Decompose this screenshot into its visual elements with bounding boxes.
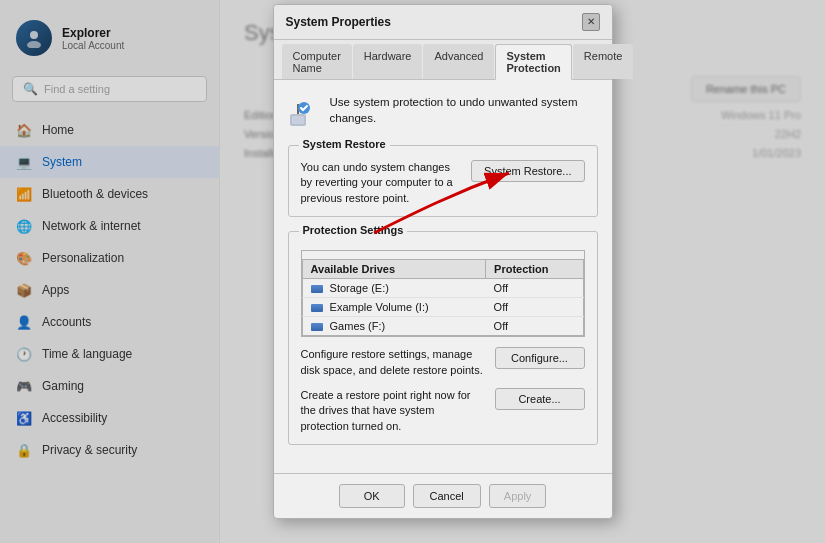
system-restore-label: System Restore — [299, 138, 390, 150]
drive-icon — [311, 304, 323, 312]
protection-settings-section: Protection Settings Available Drives Pro… — [288, 231, 598, 445]
drive-name: Example Volume (I:) — [302, 298, 486, 317]
drives-table: Available Drives Protection Storage (E:) — [302, 259, 584, 336]
system-restore-text: You can undo system changes by reverting… — [301, 160, 462, 206]
svg-rect-6 — [292, 116, 304, 124]
create-row: Create a restore point right now for the… — [301, 388, 585, 434]
dialog-footer: OK Cancel Apply — [274, 473, 612, 518]
drive-icon — [311, 285, 323, 293]
shield-icon — [288, 96, 320, 131]
table-row[interactable]: Games (F:) Off — [302, 317, 583, 336]
create-text: Create a restore point right now for the… — [301, 388, 485, 434]
drive-protection: Off — [486, 317, 583, 336]
dialog-titlebar: System Properties ✕ — [274, 5, 612, 40]
dialog-body: Use system protection to undo unwanted s… — [274, 80, 612, 473]
protection-settings-label: Protection Settings — [299, 224, 408, 236]
system-restore-button[interactable]: System Restore... — [471, 160, 584, 182]
system-restore-section: System Restore You can undo system chang… — [288, 145, 598, 217]
col-drives: Available Drives — [302, 260, 486, 279]
configure-row: Configure restore settings, manage disk … — [301, 347, 585, 378]
configure-text: Configure restore settings, manage disk … — [301, 347, 485, 378]
dialog-intro: Use system protection to undo unwanted s… — [288, 94, 598, 131]
cancel-button[interactable]: Cancel — [413, 484, 481, 508]
drive-protection: Off — [486, 298, 583, 317]
create-button[interactable]: Create... — [495, 388, 585, 410]
dialog-tabs: Computer Name Hardware Advanced System P… — [274, 40, 612, 80]
system-properties-dialog: System Properties ✕ Computer Name Hardwa… — [273, 4, 613, 519]
drive-name: Games (F:) — [302, 317, 486, 336]
intro-text: Use system protection to undo unwanted s… — [330, 94, 598, 126]
tab-advanced[interactable]: Advanced — [423, 44, 494, 79]
apply-button: Apply — [489, 484, 547, 508]
ok-button[interactable]: OK — [339, 484, 405, 508]
tab-hardware[interactable]: Hardware — [353, 44, 423, 79]
tab-system-protection[interactable]: System Protection — [495, 44, 571, 80]
table-row[interactable]: Storage (E:) Off — [302, 279, 583, 298]
col-protection: Protection — [486, 260, 583, 279]
tab-computer-name[interactable]: Computer Name — [282, 44, 352, 79]
dialog-overlay: System Properties ✕ Computer Name Hardwa… — [0, 0, 825, 543]
table-row[interactable]: Example Volume (I:) Off — [302, 298, 583, 317]
tab-remote[interactable]: Remote — [573, 44, 634, 79]
dialog-close-button[interactable]: ✕ — [582, 13, 600, 31]
drive-protection: Off — [486, 279, 583, 298]
drive-name: Storage (E:) — [302, 279, 486, 298]
dialog-title: System Properties — [286, 15, 391, 29]
drive-icon — [311, 323, 323, 331]
drives-table-container[interactable]: Available Drives Protection Storage (E:) — [301, 250, 585, 337]
system-restore-content: You can undo system changes by reverting… — [301, 160, 585, 206]
configure-button[interactable]: Configure... — [495, 347, 585, 369]
